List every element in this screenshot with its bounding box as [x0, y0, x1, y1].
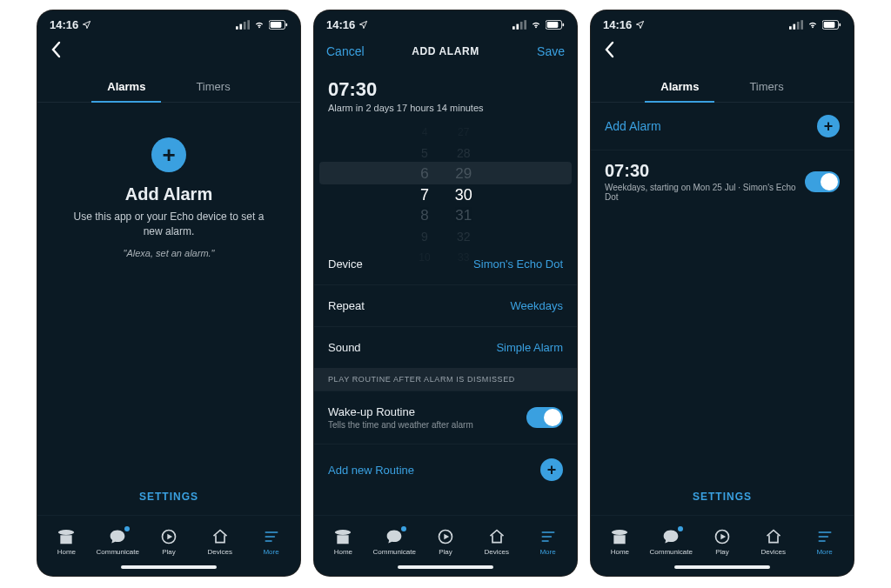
nav-title: ADD ALARM [314, 45, 577, 57]
picker-hours[interactable]: 4 5 6 7 8 9 10 [419, 124, 430, 237]
back-button[interactable] [603, 41, 615, 62]
signal-icon [789, 20, 803, 30]
row-device[interactable]: Device Simon's Echo Dot [314, 244, 577, 284]
tabbar-communicate[interactable]: Communicate [93, 528, 142, 556]
tabbar-home-label: Home [611, 548, 629, 556]
tabbar-home[interactable]: Home [42, 528, 90, 556]
tabbar-more[interactable]: More [801, 528, 849, 556]
svg-rect-1 [239, 23, 242, 29]
notification-dot [678, 526, 683, 531]
picker-minute-option[interactable]: 31 [455, 207, 472, 224]
signal-icon [236, 20, 250, 30]
tabbar-devices[interactable]: Devices [749, 528, 798, 556]
add-alarm-button[interactable]: + [151, 137, 186, 172]
tabbar-home-label: Home [57, 548, 76, 556]
tabs: Alarms Timers [37, 70, 300, 103]
wakeup-toggle[interactable] [526, 407, 563, 428]
home-indicator[interactable] [591, 564, 854, 576]
alarm-entry[interactable]: 07:30 Weekdays, starting on Mon 25 Jul ·… [591, 150, 854, 212]
picker-minute-option[interactable]: 32 [457, 228, 471, 245]
svg-rect-26 [797, 21, 800, 29]
status-bar: 14:16 [314, 10, 577, 33]
more-icon [262, 528, 281, 545]
devices-icon [211, 528, 230, 545]
home-indicator[interactable] [314, 564, 577, 576]
row-sound[interactable]: Sound Simple Alarm [314, 326, 577, 368]
picker-hour-option[interactable]: 9 [421, 228, 428, 245]
row-wakeup-routine[interactable]: Wake-up Routine Tells the time and weath… [314, 391, 577, 444]
add-routine-plus-icon[interactable]: + [540, 458, 563, 481]
settings-link[interactable]: SETTINGS [591, 478, 854, 515]
status-time: 14:16 [50, 18, 78, 31]
status-time: 14:16 [326, 18, 355, 31]
tab-alarms[interactable]: Alarms [104, 73, 149, 102]
alarm-toggle[interactable] [805, 171, 841, 192]
tabbar-more-label: More [816, 548, 832, 556]
tabbar-play-label: Play [715, 548, 729, 556]
tabbar-play-label: Play [162, 548, 176, 556]
alarm-entry-detail: Weekdays, starting on Mon 25 Jul · Simon… [605, 183, 805, 202]
tabbar-play[interactable]: Play [144, 528, 193, 556]
picker-minute-option[interactable]: 33 [458, 249, 469, 266]
picker-minutes[interactable]: 27 28 29 30 31 32 33 [455, 124, 472, 237]
svg-rect-6 [285, 23, 287, 25]
tabbar: Home Communicate Play Devices More [591, 515, 854, 564]
tabbar-home[interactable]: Home [595, 528, 644, 556]
tab-timers[interactable]: Timers [192, 73, 233, 102]
picker-hour-selected[interactable]: 7 [420, 186, 429, 204]
tabbar-more[interactable]: More [524, 528, 573, 556]
home-indicator[interactable] [37, 564, 300, 576]
phone-screen-add-alarm: 14:16 Cancel ADD ALARM Save 07:30 Alarm … [314, 10, 577, 576]
row-repeat[interactable]: Repeat Weekdays [314, 284, 577, 326]
picker-hour-option[interactable]: 10 [419, 249, 430, 266]
status-icons [236, 20, 288, 30]
svg-rect-30 [839, 23, 841, 25]
svg-point-7 [58, 530, 74, 535]
picker-hour-option[interactable]: 8 [420, 207, 428, 224]
nav-header [591, 33, 854, 70]
tabbar-more[interactable]: More [247, 528, 296, 556]
picker-minute-selected[interactable]: 30 [455, 186, 472, 204]
notification-dot [124, 526, 130, 531]
svg-rect-18 [562, 23, 564, 25]
tabbar: Home Communicate Play Devices More [314, 515, 577, 564]
location-icon [82, 20, 91, 30]
tabbar-devices-label: Devices [485, 548, 509, 556]
home-icon [57, 528, 76, 545]
tabbar-home-label: Home [334, 548, 352, 556]
tab-alarms[interactable]: Alarms [657, 73, 702, 102]
tabbar-play[interactable]: Play [698, 528, 747, 556]
empty-title: Add Alarm [125, 184, 212, 204]
row-device-label: Device [328, 257, 363, 271]
tabbar-devices[interactable]: Devices [196, 528, 245, 556]
picker-hour-option[interactable]: 5 [421, 144, 428, 162]
svg-rect-0 [236, 26, 238, 30]
svg-rect-3 [247, 20, 250, 30]
tabbar-play[interactable]: Play [421, 528, 470, 556]
picker-minute-option[interactable]: 29 [455, 165, 472, 183]
picker-hour-option[interactable]: 6 [420, 165, 428, 183]
add-alarm-plus-icon[interactable]: + [817, 115, 840, 137]
tabbar-more-label: More [263, 548, 278, 556]
picker-minute-option[interactable]: 28 [457, 144, 471, 162]
tab-timers[interactable]: Timers [746, 73, 787, 102]
tabbar-home[interactable]: Home [318, 528, 367, 556]
settings-link[interactable]: SETTINGS [37, 478, 300, 515]
add-alarm-row[interactable]: Add Alarm + [591, 103, 854, 150]
svg-rect-12 [512, 26, 515, 30]
row-device-value: Simon's Echo Dot [473, 257, 563, 271]
svg-rect-14 [520, 21, 523, 29]
empty-quote: "Alexa, set an alarm." [123, 248, 214, 258]
picker-minute-option[interactable]: 27 [458, 124, 469, 141]
back-button[interactable] [50, 41, 62, 62]
time-picker[interactable]: 4 5 6 7 8 9 10 27 28 29 30 31 32 33 [314, 124, 577, 237]
tabbar-communicate[interactable]: Communicate [646, 528, 695, 556]
tabbar-communicate[interactable]: Communicate [370, 528, 419, 556]
play-icon [159, 528, 178, 545]
battery-icon [822, 20, 841, 30]
svg-rect-5 [271, 22, 282, 28]
picker-hour-option[interactable]: 4 [422, 124, 428, 141]
row-add-routine[interactable]: Add new Routine + [314, 444, 577, 495]
svg-rect-17 [547, 22, 559, 28]
tabbar-devices[interactable]: Devices [472, 528, 521, 556]
